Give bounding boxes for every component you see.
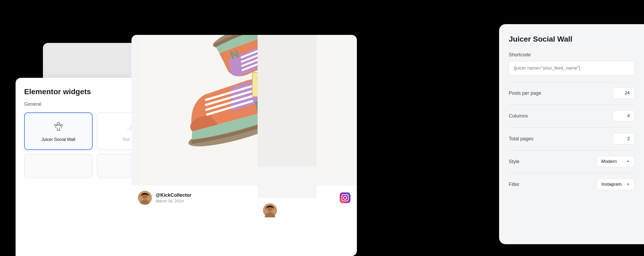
svg-point-3 [54,125,55,126]
shortcode-label: Shortcode [509,52,634,58]
social-feed-card: N 🌿 [131,35,357,256]
third-card-avatar [263,203,277,217]
settings-panel: Juicer Social Wall Shortcode Posts per p… [499,24,644,244]
total-pages-row: Total pages 2 [509,133,634,144]
columns-value[interactable]: 4 [613,110,634,122]
divider-2 [509,105,634,105]
third-card-footer [258,198,317,223]
svg-rect-25 [340,192,350,203]
user-info: @KickCollector March 16, 2024 [156,192,192,203]
feed-post-image: N 🌿 [131,35,357,185]
feed-post-footer: @KickCollector March 16, 2024 [131,185,357,210]
instagram-svg-icon [340,192,350,203]
divider-1 [509,82,634,82]
style-select[interactable]: Modern ▼ [597,156,634,167]
columns-row: Columns 4 [509,110,634,122]
shortcode-input[interactable] [509,61,634,75]
shortcode-field: Shortcode [509,52,634,75]
username: @KickCollector [156,192,192,198]
scene: Elementor widgets General [0,0,644,256]
feed-post-user: @KickCollector March 16, 2024 [138,191,192,205]
widget-placeholder-1 [24,154,93,178]
posts-per-page-value[interactable]: 24 [613,87,634,99]
svg-point-4 [62,125,63,126]
third-card [258,35,317,223]
filter-value: Instagram [601,182,622,187]
columns-label: Columns [509,113,528,119]
divider-4 [509,150,634,151]
post-date: March 16, 2024 [156,199,192,203]
instagram-icon [340,192,350,203]
juicer-widget-label: Juicer Social Wall [42,137,75,142]
widget-juicer-social-wall[interactable]: Juicer Social Wall [24,112,93,150]
avatar-svg [138,191,152,205]
filter-chevron-icon: ▼ [627,182,630,186]
posts-per-page-row: Posts per page 24 [509,87,634,99]
juicer-svg-icon [52,120,65,133]
divider-3 [509,127,634,128]
filter-select[interactable]: Instagram ▼ [597,179,634,190]
style-value: Modern [601,159,617,164]
sneaker-illustration: N 🌿 [140,35,349,185]
post-avatar [138,191,152,205]
svg-point-28 [347,195,348,196]
third-card-image [258,35,317,166]
style-chevron-icon: ▼ [627,160,630,163]
style-label: Style [509,159,519,164]
posts-per-page-label: Posts per page [509,90,541,96]
third-avatar-svg [263,203,277,217]
settings-title: Juicer Social Wall [509,35,634,43]
style-row: Style Modern ▼ [509,156,634,167]
filter-row: Filter Instagram ▼ [509,179,634,190]
total-pages-value[interactable]: 2 [613,133,634,144]
filter-label: Filter [509,182,519,187]
juicer-icon [52,120,65,133]
divider-5 [509,173,634,173]
total-pages-label: Total pages [509,136,533,142]
